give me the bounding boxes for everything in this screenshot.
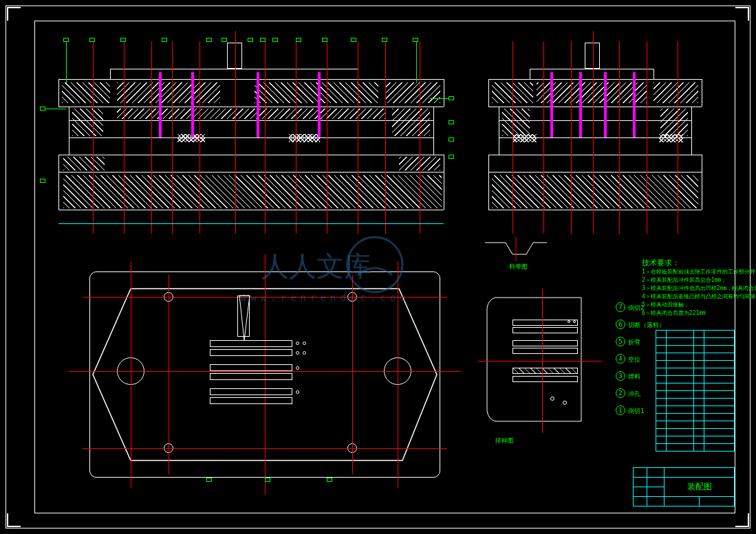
tech-item: 1＞在模板装配前须去除工作零件的工作部分并研磨锋利 <box>642 268 756 276</box>
step-label: 冲孔 <box>628 390 640 399</box>
tech-item: 3＞模具装配后冲件低高出凹模2mm，模具闭合后合模进入凹 <box>642 285 756 292</box>
step-num: 1 <box>616 405 625 415</box>
step-num: 4 <box>616 354 625 364</box>
step-label: 切断（落料） <box>628 321 665 330</box>
title-block: 装配图 <box>633 467 735 507</box>
step-num: 2 <box>616 388 625 398</box>
watermark-logo <box>344 234 406 296</box>
tech-item: 4＞模具装配后各推凸模与凸模之间有均匀间隙 互间间 <box>642 293 756 300</box>
tech-item: 6＞模具闭合高度为221mm <box>642 309 706 317</box>
step-label: 折弯 <box>628 338 640 347</box>
step-num: 7 <box>616 302 625 312</box>
corner-mark <box>735 7 749 21</box>
step-label: 焊料 <box>628 372 640 381</box>
step-label: 倒切1 <box>628 407 644 416</box>
step-num: 6 <box>616 320 625 329</box>
layout-label: 排样图 <box>495 436 514 445</box>
tech-heading: 技术要求： <box>642 258 680 268</box>
section-label: 料带图 <box>509 263 528 271</box>
drawing-title: 装配图 <box>665 478 735 497</box>
tech-item: 5＞模具动滑接触； <box>642 301 689 309</box>
groove-profile <box>482 237 550 261</box>
corner-mark <box>735 513 749 527</box>
corner-mark <box>7 7 21 21</box>
tech-item: 2＞模具装配后冲件装高总合1mm； <box>642 276 726 284</box>
triangle-feature <box>233 292 257 344</box>
corner-mark <box>7 513 21 527</box>
step-label: 空位 <box>628 355 640 364</box>
step-num: 5 <box>616 337 625 346</box>
strip-outline <box>482 294 598 425</box>
step-num: 3 <box>616 371 625 381</box>
parts-list <box>656 330 735 452</box>
svg-point-1 <box>347 237 402 292</box>
